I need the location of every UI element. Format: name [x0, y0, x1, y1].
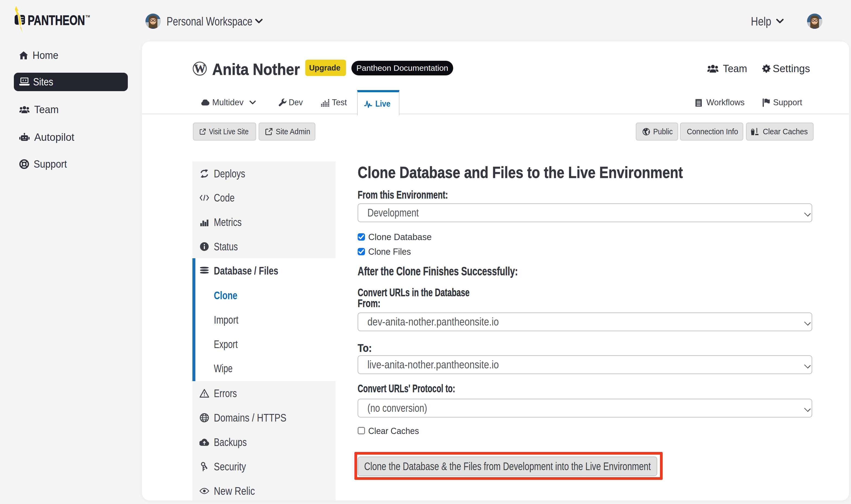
- svg-text:W: W: [194, 62, 206, 75]
